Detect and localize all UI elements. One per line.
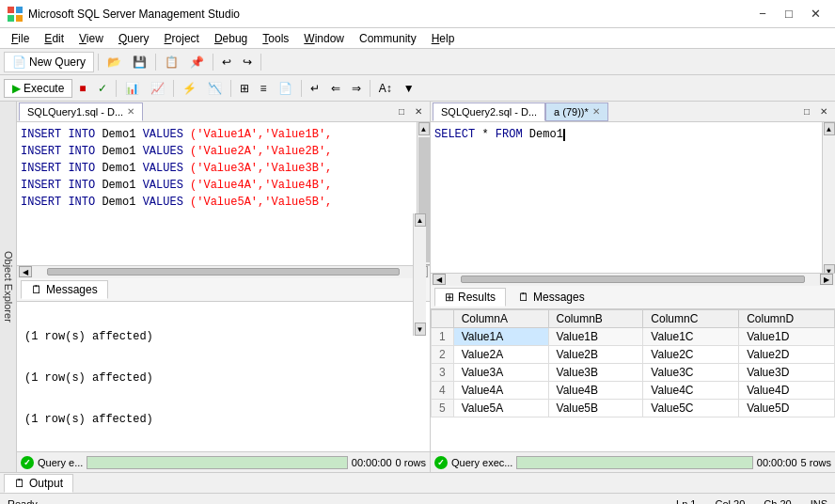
right-query-editor[interactable]: SELECT * FROM Demo1 ▲ ▼: [431, 122, 835, 273]
new-query-button[interactable]: 📄 New Query: [4, 52, 94, 72]
scroll-left-arrow[interactable]: ◀: [19, 266, 32, 277]
left-tab-maximize[interactable]: □: [394, 104, 409, 119]
scroll-up-arrow[interactable]: ▲: [418, 122, 430, 135]
toolbar-separator-4: [260, 54, 261, 71]
data-cell[interactable]: Value2B: [548, 345, 643, 363]
include-actual-plan-button[interactable]: ⚡: [178, 78, 201, 99]
data-cell[interactable]: Value5B: [548, 399, 643, 417]
right-scroll-down-arrow[interactable]: ▼: [824, 264, 835, 273]
right-scroll-left-arrow[interactable]: ◀: [433, 274, 446, 285]
menu-debug[interactable]: Debug: [207, 30, 255, 47]
display-estimated-plan-button[interactable]: 📊: [120, 78, 144, 99]
object-explorer-sidebar[interactable]: Object Explorer: [0, 102, 17, 472]
right-tab-maximize[interactable]: □: [799, 104, 814, 119]
data-cell[interactable]: Value3D: [739, 363, 835, 381]
minimize-button[interactable]: −: [750, 5, 775, 24]
editor-line-2: INSERT INTO Demo1 VALUES ('Value2A','Val…: [21, 143, 426, 160]
increase-indent-button[interactable]: ⇒: [347, 78, 366, 99]
data-cell[interactable]: Value3C: [643, 363, 739, 381]
parse-button[interactable]: ✓: [93, 78, 112, 99]
menu-view[interactable]: View: [71, 30, 111, 47]
undo-button[interactable]: ↩: [217, 52, 236, 72]
data-cell[interactable]: Value3A: [453, 363, 548, 381]
open-button[interactable]: 📂: [102, 52, 126, 72]
data-cell[interactable]: Value1B: [548, 327, 643, 345]
left-query-editor[interactable]: INSERT INTO Demo1 VALUES ('Value1A','Val…: [17, 122, 430, 265]
data-cell[interactable]: Value4B: [548, 381, 643, 399]
right-tab-2[interactable]: a (79))* ✕: [545, 102, 608, 121]
menu-file[interactable]: File: [4, 30, 37, 47]
data-cell[interactable]: Value1C: [643, 327, 739, 345]
scroll-h-thumb[interactable]: [47, 268, 400, 276]
data-cell[interactable]: Value5A: [453, 399, 548, 417]
left-msg-scrollbar-v[interactable]: ▲ ▼: [413, 213, 426, 336]
execute-button[interactable]: ▶ Execute: [4, 79, 72, 98]
right-tab-2-close[interactable]: ✕: [592, 106, 600, 117]
menu-tools[interactable]: Tools: [255, 30, 296, 47]
output-tab-icon: 🗒: [14, 477, 25, 490]
data-cell[interactable]: Value2A: [453, 345, 548, 363]
right-messages-tab-label: Messages: [533, 291, 585, 304]
right-results-tab[interactable]: ⊞ Results: [434, 288, 506, 307]
row-num-cell[interactable]: 3: [432, 363, 454, 381]
right-tab-close-btn[interactable]: ✕: [816, 104, 831, 119]
word-wrap-button[interactable]: ↵: [306, 78, 324, 99]
left-tab-close[interactable]: ✕: [127, 106, 134, 117]
save-button[interactable]: 💾: [128, 52, 151, 72]
data-cell[interactable]: Value5C: [643, 399, 739, 417]
down-arrow-button[interactable]: ▼: [399, 78, 419, 99]
maximize-button[interactable]: □: [777, 5, 801, 24]
data-cell[interactable]: Value4C: [643, 381, 739, 399]
display-actual-plan-button[interactable]: 📈: [146, 78, 169, 99]
results-to-file-button[interactable]: 📄: [274, 78, 297, 99]
bottom-tabs: 🗒 Output: [0, 472, 835, 493]
menu-community[interactable]: Community: [352, 30, 424, 47]
redo-button[interactable]: ↪: [238, 52, 257, 72]
right-tab-sqlquery2[interactable]: SQLQuery2.sql - D...: [433, 102, 545, 121]
data-cell[interactable]: Value4A: [453, 381, 548, 399]
left-tab-close-btn[interactable]: ✕: [411, 104, 426, 119]
paste-button[interactable]: 📌: [185, 52, 209, 72]
table-row: 3Value3AValue3BValue3CValue3D: [432, 363, 835, 381]
right-scroll-h-thumb[interactable]: [461, 276, 805, 283]
menu-help[interactable]: Help: [424, 30, 463, 47]
right-results-table-container[interactable]: ColumnA ColumnB ColumnC ColumnD 1Value1A…: [431, 309, 835, 452]
row-num-cell[interactable]: 2: [432, 345, 454, 363]
row-num-cell[interactable]: 5: [432, 399, 454, 417]
results-to-text-button[interactable]: ≡: [256, 78, 272, 99]
results-to-grid-button[interactable]: ⊞: [235, 78, 254, 99]
include-client-stats-button[interactable]: 📉: [203, 78, 227, 99]
data-cell[interactable]: Value2C: [643, 345, 739, 363]
row-num-cell[interactable]: 1: [432, 327, 454, 345]
data-cell[interactable]: Value1A: [453, 327, 548, 345]
app-icon: [8, 7, 23, 22]
menu-window[interactable]: Window: [296, 30, 352, 47]
data-cell[interactable]: Value3B: [548, 363, 643, 381]
cancel-execute-button[interactable]: ■: [74, 78, 90, 99]
output-tab[interactable]: 🗒 Output: [4, 474, 73, 493]
data-cell[interactable]: Value2D: [739, 345, 835, 363]
data-cell[interactable]: Value1D: [739, 327, 835, 345]
right-scroll-right-arrow[interactable]: ▶: [820, 274, 833, 285]
right-editor-scrollbar-v[interactable]: ▲ ▼: [822, 122, 835, 273]
right-editor-scrollbar-h[interactable]: ◀ ▶: [431, 273, 835, 286]
menu-query[interactable]: Query: [111, 30, 157, 47]
menu-edit[interactable]: Edit: [37, 30, 71, 47]
menu-project[interactable]: Project: [157, 30, 207, 47]
parse-icon: ✓: [98, 82, 107, 95]
right-scroll-up-arrow[interactable]: ▲: [824, 122, 835, 135]
decrease-indent-button[interactable]: ⇐: [326, 78, 345, 99]
left-editor-scrollbar-h[interactable]: ◀ ▶: [17, 265, 430, 278]
data-cell[interactable]: Value5D: [739, 399, 835, 417]
msg-scroll-up[interactable]: ▲: [415, 213, 426, 227]
close-button[interactable]: ✕: [803, 5, 827, 24]
msg-scroll-down[interactable]: ▼: [415, 323, 426, 336]
copy-button[interactable]: 📋: [160, 52, 183, 72]
left-tab-sqlquery1[interactable]: SQLQuery1.sql - D... ✕: [19, 102, 143, 121]
row-num-cell[interactable]: 4: [432, 381, 454, 399]
right-messages-tab[interactable]: 🗒 Messages: [508, 288, 595, 307]
toolbar-row1: 📄 New Query 📂 💾 📋 📌 ↩ ↪: [0, 49, 835, 75]
font-button[interactable]: A↕: [374, 78, 397, 99]
data-cell[interactable]: Value4D: [739, 381, 835, 399]
left-messages-tab[interactable]: 🗒 Messages: [21, 280, 108, 299]
